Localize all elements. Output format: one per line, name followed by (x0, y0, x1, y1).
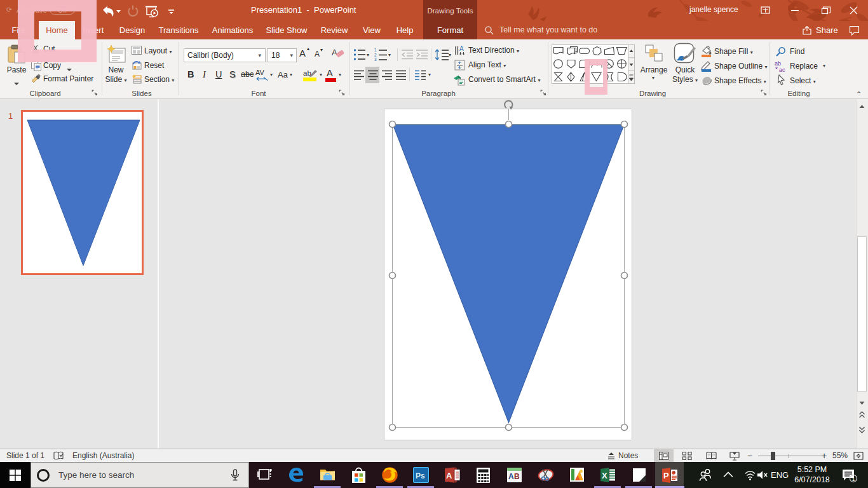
svg-text:X: X (602, 471, 607, 480)
svg-text:P: P (663, 471, 669, 480)
svg-text:Ps: Ps (416, 471, 425, 480)
svg-text:A: A (459, 45, 464, 52)
svg-text:ac: ac (779, 67, 785, 72)
svg-text:A: A (508, 472, 514, 481)
svg-text:ab: ab (303, 69, 311, 77)
svg-text:2: 2 (374, 53, 377, 57)
svg-text:1: 1 (852, 476, 855, 482)
svg-text:1: 1 (374, 48, 377, 52)
svg-text:A: A (446, 471, 452, 480)
svg-text:A: A (332, 48, 337, 57)
svg-text:3: 3 (374, 57, 377, 62)
svg-text:B: B (514, 472, 520, 481)
svg-text:AV: AV (255, 69, 265, 76)
svg-text:ab: ab (775, 60, 781, 67)
